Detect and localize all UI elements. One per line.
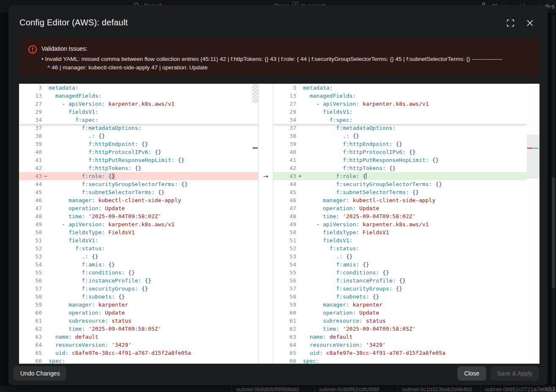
sticky-line[interactable]: 27 - apiVersion: karpenter.k8s.aws/v1 (19, 100, 258, 108)
diff-splitter[interactable]: → (258, 84, 273, 364)
code-line[interactable]: 64 resourceVersion: '3429' (19, 341, 258, 349)
code-line[interactable]: 61 subresource: status (273, 317, 527, 325)
line-number: 49 (273, 220, 297, 228)
code-line[interactable]: 47 operation: Update (273, 204, 527, 212)
code-line[interactable]: 63 name: default (273, 333, 527, 341)
code-line[interactable]: 53 .: {} (19, 252, 258, 260)
code-line[interactable]: 50 fieldsType: FieldsV1 (19, 228, 258, 236)
code-line[interactable]: 42 f:httpTokens: {} (273, 164, 527, 172)
sticky-line[interactable]: 29 fieldsV1: (273, 108, 527, 116)
code-line[interactable]: 50 fieldsType: FieldsV1 (273, 228, 527, 236)
code-line[interactable]: 58 f:subnets: {} (273, 293, 527, 301)
code-line[interactable]: 58 f:subnets: {} (19, 293, 258, 301)
code-lines-right[interactable]: 37 f:metadataOptions:38 .: {}39 f:httpEn… (273, 124, 527, 364)
code-line[interactable]: 63 name: default (19, 333, 258, 341)
code-line[interactable]: 47 operation: Update (19, 204, 258, 212)
undo-changes-button[interactable]: Undo Changes (14, 366, 66, 381)
original-editor-pane[interactable]: 3metadata:13 managedFields:27 - apiVersi… (19, 84, 258, 364)
diff-marker (43, 164, 49, 172)
code-line[interactable]: 66spec: (19, 357, 258, 364)
code-line[interactable]: 66spec: (273, 357, 527, 364)
code-line[interactable]: 62 time: '2025-09-04T09:58:05Z' (273, 325, 527, 333)
code-line[interactable]: 46 manager: kubectl-client-side-apply (19, 196, 258, 204)
code-line[interactable]: 52 f:status: (19, 244, 258, 252)
code-line[interactable]: 48 time: '2025-09-04T09:58:02Z' (273, 212, 527, 220)
code-line[interactable]: 61 subresource: status (19, 317, 258, 325)
sticky-line[interactable]: 34 f:spec: (273, 116, 527, 124)
close-button[interactable]: Close (457, 366, 486, 381)
modified-editor-pane[interactable]: 3metadata:13 managedFields:27 - apiVersi… (273, 84, 539, 364)
code-line[interactable]: 51 fieldsV1: (273, 236, 527, 244)
sticky-line[interactable]: 27 - apiVersion: karpenter.k8s.aws/v1 (273, 100, 527, 108)
code-line[interactable]: 54 f:amis: {} (19, 260, 258, 269)
code-line[interactable]: 48 time: '2025-09-04T09:58:02Z' (19, 212, 258, 220)
code-line[interactable]: 45 f:subnetSelectorTerms: {} (19, 188, 258, 196)
sticky-scroll-right[interactable]: 3metadata:13 managedFields:27 - apiVersi… (273, 84, 527, 124)
code-line[interactable]: 38 .: {} (19, 132, 258, 140)
code-line[interactable]: 41 f:httpPutResponseHopLimit: {} (19, 156, 258, 164)
code-line[interactable]: 49 - apiVersion: karpenter.k8s.aws/v1 (273, 220, 527, 228)
line-number: 63 (19, 333, 43, 341)
minimap-slider[interactable] (527, 134, 539, 178)
code-line[interactable]: 52 f:status: (273, 244, 527, 252)
code-line[interactable]: 43− f:role: {} (19, 172, 258, 180)
sticky-line[interactable]: 13 managedFields: (19, 92, 258, 100)
code-line[interactable]: 60 operation: Update (273, 309, 527, 317)
code-line[interactable]: 37 f:metadataOptions: (273, 124, 527, 132)
code-line[interactable]: 42 f:httpTokens: {} (19, 164, 258, 172)
line-content: fieldsType: FieldsV1 (49, 228, 258, 236)
sticky-line[interactable]: 34 f:spec: (19, 116, 258, 124)
code-line[interactable]: 44 f:securityGroupSelectorTerms: {} (19, 180, 258, 188)
code-line[interactable]: 57 f:securityGroups: {} (273, 285, 527, 293)
page-scrollbar[interactable] (552, 14, 555, 384)
line-number: 60 (19, 309, 43, 317)
code-line[interactable]: 41 f:httpPutResponseHopLimit: {} (273, 156, 527, 164)
code-line[interactable]: 57 f:securityGroups: {} (19, 285, 258, 293)
code-lines-left[interactable]: 37 f:metadataOptions:38 .: {}39 f:httpEn… (19, 124, 258, 364)
sticky-line[interactable]: 29 fieldsV1: (19, 108, 258, 116)
code-line[interactable]: 54 f:amis: {} (273, 260, 527, 269)
diff-marker (43, 325, 49, 333)
code-line[interactable]: 37 f:metadataOptions: (19, 124, 258, 132)
code-line[interactable]: 43+ f:role: { (273, 172, 527, 180)
code-line[interactable]: 44 f:securityGroupSelectorTerms: {} (273, 180, 527, 188)
scrollbar-thumb[interactable] (552, 177, 555, 288)
sticky-line[interactable]: 3metadata: (273, 84, 527, 92)
line-number: 50 (273, 228, 297, 236)
line-content: time: '2025-09-04T09:58:02Z' (303, 212, 527, 220)
sticky-line[interactable]: 3metadata: (19, 84, 258, 92)
line-number: 45 (19, 188, 43, 196)
code-line[interactable]: 56 f:instanceProfile: {} (273, 277, 527, 285)
code-line[interactable]: 38 .: {} (273, 132, 527, 140)
minimap[interactable] (527, 84, 539, 364)
code-line[interactable]: 65 uid: c8afe97e-38cc-4f91-a767-d15f2a8f… (19, 349, 258, 357)
code-line[interactable]: 53 .: {} (273, 252, 527, 260)
code-line[interactable]: 40 f:httpProtocolIPv6: {} (273, 148, 527, 156)
code-line[interactable]: 59 manager: karpenter (19, 301, 258, 309)
code-line[interactable]: 60 operation: Update (19, 309, 258, 317)
fullscreen-button[interactable] (506, 19, 515, 28)
code-line[interactable]: 55 f:conditions: {} (273, 269, 527, 277)
validation-message-line: Invalid YAML: missed comma between flow … (41, 55, 531, 63)
code-line[interactable]: 39 f:httpEndpoint: {} (19, 140, 258, 148)
code-line[interactable]: 64 resourceVersion: '3429' (273, 341, 527, 349)
code-line[interactable]: 62 time: '2025-09-04T09:58:05Z' (19, 325, 258, 333)
code-line[interactable]: 55 f:conditions: {} (19, 269, 258, 277)
diff-marker (43, 188, 49, 196)
code-line[interactable]: 56 f:instanceProfile: {} (19, 277, 258, 285)
code-line[interactable]: 65 uid: c8afe97e-38cc-4f91-a767-d15f2a8f… (273, 349, 527, 357)
code-line[interactable]: 49 - apiVersion: karpenter.k8s.aws/v1 (19, 220, 258, 228)
modal-close-button[interactable] (525, 19, 534, 28)
code-line[interactable]: 45 f:subnetSelectorTerms: {} (273, 188, 527, 196)
sticky-scroll-left[interactable]: 3metadata:13 managedFields:27 - apiVersi… (19, 84, 258, 124)
code-line[interactable]: 40 f:httpProtocolIPv6: {} (19, 148, 258, 156)
code-line[interactable]: 46 manager: kubectl-client-side-apply (273, 196, 527, 204)
code-line[interactable]: 51 fieldsV1: (19, 236, 258, 244)
revert-change-arrow[interactable]: → (259, 172, 273, 180)
save-apply-button[interactable]: Save & Apply (490, 366, 539, 381)
code-line[interactable]: 39 f:httpEndpoint: {} (273, 140, 527, 148)
sticky-line[interactable]: 13 managedFields: (273, 92, 527, 100)
line-number: 27 (273, 100, 297, 108)
code-line[interactable]: 59 manager: karpenter (273, 301, 527, 309)
line-number: 58 (273, 293, 297, 301)
